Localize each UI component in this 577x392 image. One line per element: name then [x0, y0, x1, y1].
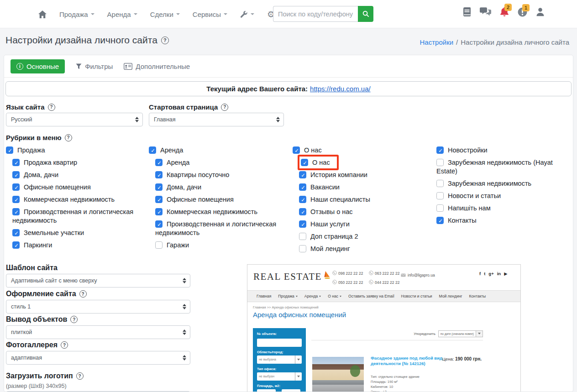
objects-view-select[interactable]: плиткой — [6, 325, 190, 339]
tab-main[interactable]: Основные — [10, 59, 65, 73]
checkbox-item[interactable]: Новости и статьи — [436, 192, 573, 200]
checkbox-item[interactable]: Земельные участки — [6, 229, 144, 237]
preview-menu-item-5[interactable]: Оставить заявку на Email — [348, 294, 394, 298]
checkbox[interactable] — [155, 171, 163, 178]
search-input[interactable] — [273, 6, 358, 22]
checkbox[interactable] — [155, 183, 163, 191]
facebook-icon[interactable]: f — [479, 271, 481, 276]
checkbox-item[interactable]: Аренда — [149, 158, 287, 167]
checkbox[interactable] — [436, 192, 444, 199]
checkbox-item[interactable]: Продажа — [6, 146, 144, 155]
search-button[interactable] — [358, 6, 373, 22]
checkbox-item[interactable]: Производственная и логистическая недвижи… — [149, 220, 287, 237]
help-icon[interactable] — [70, 316, 78, 323]
checkbox[interactable] — [436, 204, 444, 212]
checkbox[interactable] — [436, 146, 444, 154]
checkbox[interactable] — [436, 180, 444, 187]
wrench-icon[interactable] — [240, 10, 254, 18]
start-page-select[interactable]: Главная — [149, 113, 284, 126]
checkbox[interactable] — [299, 171, 306, 178]
office-type-select[interactable]: не выбран — [257, 372, 302, 381]
tab-additional[interactable]: Дополнительные — [124, 63, 190, 70]
checkbox-item[interactable]: Отзывы о нас — [293, 208, 430, 216]
preview-menu-item-3[interactable]: Аренда — [304, 294, 321, 298]
checkbox[interactable] — [12, 171, 20, 178]
region-select[interactable]: не выбрана — [257, 355, 302, 364]
help-icon[interactable] — [161, 37, 169, 44]
language-select[interactable]: Русский — [6, 113, 143, 126]
preview-menu-item-6[interactable]: Новости и статьи — [401, 294, 432, 298]
checkbox-item[interactable]: Контакты — [436, 216, 573, 225]
journal-icon[interactable] — [463, 7, 471, 16]
messages-icon[interactable] — [480, 7, 491, 16]
checkbox-item[interactable]: Зарубежная недвижимость (Hayat Estate) — [436, 158, 573, 176]
checkbox-item[interactable]: Производственная и логистическая недвижи… — [6, 208, 144, 225]
preview-menu-item-8[interactable]: Контакты — [469, 294, 486, 298]
preview-menu-item-2[interactable]: Продажа — [278, 294, 297, 298]
checkbox-item[interactable]: Дома, дачи — [149, 183, 287, 192]
tab-filters[interactable]: Фильтры — [76, 63, 113, 70]
checkbox[interactable] — [301, 159, 308, 166]
checkbox[interactable] — [6, 146, 13, 154]
preview-menu-item-1[interactable]: Главная — [257, 294, 271, 298]
help-icon[interactable] — [61, 341, 68, 349]
preview-menu-item-4[interactable]: О нас — [328, 294, 341, 298]
checkbox-item[interactable]: Гаражи — [149, 241, 287, 250]
help-icon[interactable] — [79, 290, 87, 298]
nav-item-4[interactable]: Сервисы — [193, 10, 227, 18]
checkbox[interactable] — [155, 241, 163, 249]
checkbox[interactable] — [436, 159, 444, 166]
checkbox-item[interactable]: Напишіть нам — [436, 204, 573, 213]
checkbox[interactable] — [436, 217, 444, 224]
checkbox-item[interactable]: Новостройки — [436, 146, 573, 155]
help-icon[interactable] — [221, 104, 228, 111]
checkbox-item[interactable]: История компании — [293, 171, 430, 179]
checkbox[interactable] — [155, 159, 163, 166]
checkbox-item[interactable]: Квартиры посуточно — [149, 171, 287, 179]
style-select[interactable]: стиль 1 — [6, 300, 190, 314]
nav-item-1[interactable]: Продажа — [59, 10, 94, 18]
checkbox[interactable] — [155, 196, 163, 203]
alerts-icon[interactable]: 1 — [518, 7, 527, 17]
site-url-link[interactable]: https://redu.com.ua/ — [310, 85, 371, 93]
checkbox-item[interactable]: Доп страница 2 — [293, 232, 430, 241]
checkbox[interactable] — [149, 146, 156, 154]
checkbox-item[interactable]: О нас — [293, 146, 430, 155]
linkedin-icon[interactable]: in — [497, 271, 501, 276]
google-plus-icon[interactable]: g+ — [488, 271, 493, 276]
checkbox-item[interactable]: О нас — [293, 158, 430, 167]
profile-icon[interactable] — [536, 7, 545, 16]
area-to-input[interactable] — [282, 389, 300, 392]
help-icon[interactable] — [76, 372, 84, 380]
home-icon[interactable] — [38, 10, 47, 18]
youtube-icon[interactable]: ▶ — [504, 271, 507, 276]
checkbox[interactable] — [155, 220, 163, 228]
notifications-bell-icon[interactable]: 2 — [500, 7, 509, 17]
checkbox-item[interactable]: Дома, дачи — [6, 171, 144, 179]
checkbox-item[interactable]: Аренда — [149, 146, 287, 155]
sort-select[interactable]: по дате (сначала новее) — [438, 330, 483, 337]
checkbox-item[interactable]: Зарубежная недвижимость — [436, 179, 573, 188]
checkbox[interactable] — [299, 208, 306, 215]
checkbox[interactable] — [12, 241, 20, 249]
area-from-input[interactable] — [257, 389, 276, 392]
checkbox[interactable] — [299, 183, 306, 191]
help-icon[interactable] — [65, 134, 72, 141]
nav-item-3[interactable]: Сделки — [150, 10, 180, 18]
preview-email-text[interactable]: info@ligapro.ua — [408, 273, 435, 277]
checkbox[interactable] — [12, 208, 20, 215]
checkbox[interactable] — [12, 196, 20, 203]
checkbox-item[interactable]: Коммерческая недвижимость — [149, 208, 287, 216]
checkbox[interactable] — [299, 220, 306, 228]
listing-photo[interactable] — [312, 357, 364, 392]
twitter-icon[interactable]: t — [484, 271, 485, 276]
checkbox[interactable] — [299, 245, 306, 252]
checkbox-item[interactable]: Вакансии — [293, 183, 430, 192]
checkbox[interactable] — [299, 233, 306, 240]
checkbox[interactable] — [299, 196, 306, 203]
object-id-input[interactable] — [257, 339, 302, 347]
breadcrumb-link-settings[interactable]: Настройки — [420, 38, 454, 46]
nav-item-2[interactable]: Аренда — [107, 10, 137, 18]
help-icon[interactable] — [48, 104, 55, 111]
checkbox-item[interactable]: Наши специалисты — [293, 195, 430, 204]
